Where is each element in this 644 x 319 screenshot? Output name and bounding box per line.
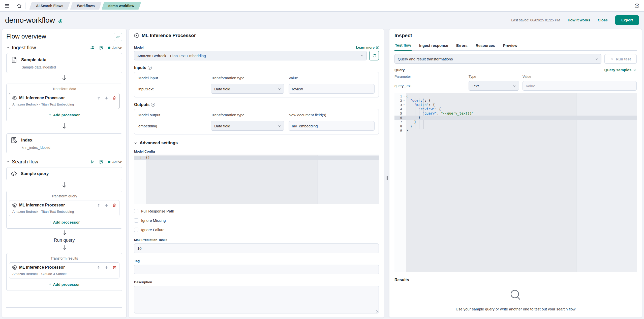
refresh-models-icon[interactable] [369, 51, 379, 60]
max-prediction-tasks-label: Max Prediction Tasks [134, 238, 379, 242]
tab-resources[interactable]: Resources [475, 42, 496, 50]
model-config-editor[interactable]: 1{} [134, 155, 379, 204]
code-line[interactable]: 5 "query": "{{query_text}}" [394, 111, 637, 116]
sample-data-node[interactable]: Sample data Sample data ingested [6, 53, 122, 73]
tag-field[interactable] [134, 265, 379, 274]
ingest-flow-title: Ingest flow [12, 45, 36, 51]
column-header: Transformation type [211, 76, 284, 80]
how-it-works-link[interactable]: How it works [568, 18, 590, 22]
move-up-icon[interactable] [97, 203, 101, 207]
menu-icon[interactable] [5, 3, 10, 8]
move-down-icon[interactable] [105, 96, 108, 100]
ingest-inspect-icon[interactable] [99, 46, 103, 50]
ingest-settings-sliders-icon[interactable] [90, 46, 95, 50]
model-select[interactable]: Amazon Bedrock - Titan Text Embedding [134, 51, 367, 60]
group-label: Transform results [9, 256, 119, 260]
home-icon[interactable] [17, 3, 22, 8]
export-button[interactable]: Export [615, 15, 639, 25]
results-label: Results [394, 278, 637, 282]
code-line[interactable]: 2▾ "query": { [394, 98, 637, 103]
input-transformation-type-select[interactable]: Data field [211, 84, 284, 94]
sample-query-node[interactable]: Sample query [6, 167, 122, 180]
tab-preview[interactable]: Preview [503, 42, 518, 50]
ingest-flow-header: Ingest flow Active [6, 45, 122, 51]
tab-test-flow[interactable]: Test flow [394, 42, 412, 51]
description-field[interactable] [134, 286, 379, 313]
query-ml-processor-node[interactable]: ML Inference Processor Amazon Bedrock - … [9, 200, 119, 216]
chevron-down-icon[interactable] [6, 46, 10, 49]
parameter-value-field[interactable] [523, 81, 637, 91]
delete-trash-icon[interactable] [112, 203, 116, 207]
group-label: Transform data [9, 87, 119, 91]
processor-subtitle: Amazon Bedrock - Titan Text Embedding [12, 102, 116, 106]
add-processor-button[interactable]: + Add processor [9, 220, 119, 225]
workflow-settings-gear-icon[interactable] [58, 19, 63, 23]
output-field-name-field[interactable] [289, 121, 375, 131]
results-ml-processor-node[interactable]: ML Inference Processor Amazon Bedrock - … [9, 262, 119, 278]
move-up-icon[interactable] [97, 266, 101, 269]
parameter-type-select[interactable]: Text [469, 81, 519, 91]
input-value-field[interactable] [289, 84, 375, 94]
active-dot-icon [108, 47, 110, 49]
search-inspect-icon[interactable] [99, 160, 103, 164]
model-label: Model [134, 46, 144, 49]
max-prediction-tasks-field[interactable] [134, 243, 379, 253]
transformation-scope-select[interactable]: Query and result transformations [394, 54, 601, 64]
code-line[interactable]: 9} [394, 128, 637, 133]
ignore-failure-checkbox[interactable] [134, 228, 138, 232]
full-response-path-checkbox[interactable] [134, 209, 138, 213]
move-down-icon[interactable] [105, 266, 108, 269]
close-link[interactable]: Close [598, 18, 608, 22]
code-line[interactable]: 7 } [394, 120, 637, 124]
move-down-icon[interactable] [105, 203, 108, 207]
collapse-panel-icon[interactable] [114, 33, 122, 41]
flow-overview-footer-divider [6, 307, 122, 314]
node-subtitle: Sample data ingested [22, 65, 118, 69]
tab-errors[interactable]: Errors [456, 42, 468, 50]
code-line[interactable]: 6 } [394, 116, 637, 120]
processor-subtitle: Amazon Bedrock - Titan Text Embedding [12, 210, 116, 214]
delete-trash-icon[interactable] [112, 96, 116, 100]
run-test-button[interactable]: Run test [604, 54, 637, 64]
inspect-title: Inspect [394, 33, 637, 39]
search-run-play-icon[interactable] [90, 160, 95, 164]
code-line[interactable]: 1▾{ [394, 94, 637, 98]
chip-icon [134, 33, 139, 38]
column-header: Parameter [394, 75, 465, 79]
index-node[interactable]: Index knn_index_fdbced [6, 133, 122, 153]
tab-ingest-response[interactable]: Ingest response [419, 42, 449, 50]
last-saved-text: Last saved: 06/09/25 01:25 PM [511, 18, 560, 22]
help-icon[interactable]: ? [634, 3, 639, 8]
code-line[interactable]: 1{} [134, 156, 379, 160]
column-header: Model input [138, 76, 206, 80]
code-line[interactable]: 4▾ "review": { [394, 107, 637, 111]
breadcrumb-ai-search-flows[interactable]: AI Search Flows [30, 2, 69, 10]
outputs-table: Model output Transformation type New doc… [134, 109, 379, 134]
add-processor-button[interactable]: + Add processor [9, 112, 119, 117]
help-tooltip-icon[interactable]: ? [148, 66, 152, 70]
query-json-editor[interactable]: 1▾{2▾ "query": {3▾ "match": {4▾ "review"… [394, 93, 637, 272]
code-line[interactable]: 8 } [394, 124, 637, 128]
query-samples-dropdown[interactable]: Query samples [604, 68, 637, 72]
chevron-down-icon[interactable] [6, 160, 10, 163]
flow-arrow-down-icon [6, 123, 122, 129]
delete-trash-icon[interactable] [112, 265, 116, 269]
learn-more-link[interactable]: Learn more [356, 46, 379, 49]
flow-arrow-down-icon [6, 245, 122, 251]
resizer-grip-icon[interactable] [386, 176, 388, 180]
query-parameters-table: Parameter Type Value query_text Text [394, 75, 637, 91]
ignore-missing-checkbox[interactable] [134, 218, 138, 223]
move-up-icon[interactable] [97, 96, 101, 100]
breadcrumb-demo-workflow[interactable]: demo-workflow [103, 2, 140, 10]
column-header: Model output [138, 113, 206, 117]
ingest-ml-processor-node[interactable]: ML Inference Processor Amazon Bedrock - … [9, 93, 119, 109]
chevron-down-icon [360, 54, 364, 57]
breadcrumb-workflows[interactable]: Workflows [71, 2, 100, 10]
advanced-settings-toggle[interactable]: Advanced settings [134, 140, 178, 146]
help-tooltip-icon[interactable]: ? [151, 103, 155, 107]
code-line[interactable]: 3▾ "match": { [394, 103, 637, 107]
panel-resizer[interactable] [384, 29, 389, 318]
query-label: Query [394, 68, 405, 72]
add-processor-button[interactable]: + Add processor [9, 282, 119, 287]
output-transformation-type-select[interactable]: Data field [211, 121, 284, 131]
